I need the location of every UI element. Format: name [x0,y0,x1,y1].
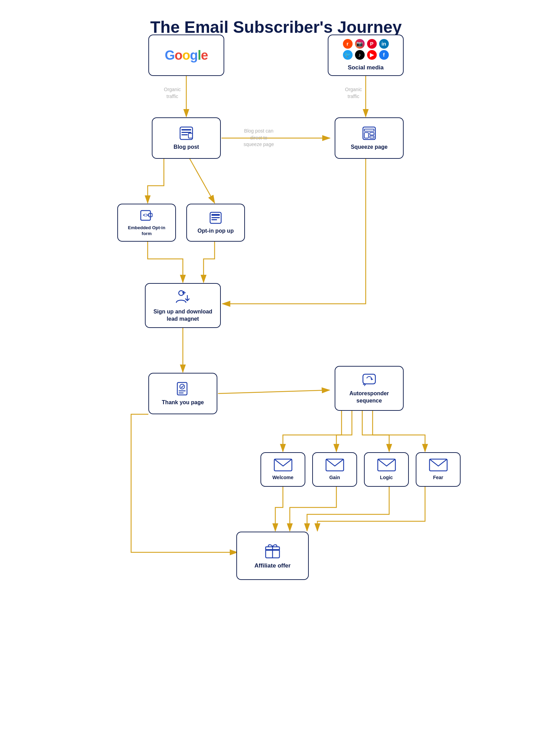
svg-rect-15 [364,133,368,138]
gain-node: Gain [312,452,357,487]
organic-traffic-label-1: Organictraffic [164,86,181,100]
google-node: Google [148,35,224,76]
svg-rect-33 [363,374,375,384]
svg-text:<>: <> [143,212,148,218]
embedded-optin-label: Embedded Opt-in form [124,225,169,237]
svg-rect-14 [364,129,374,131]
svg-rect-9 [181,129,191,130]
signup-icon [174,288,191,306]
social-media-node: r 📷 P in 🐦 ♪ ▶ f Social media [328,35,404,76]
svg-rect-22 [211,214,220,216]
social-icons-row2: 🐦 ♪ ▶ f [343,50,389,60]
fear-node: Fear [416,452,461,487]
envelope-icon [274,458,293,472]
thankyou-node: Thank you page [148,373,217,414]
gain-label: Gain [329,474,340,481]
squeeze-page-label: Squeeze page [351,144,388,151]
autoresponder-label: Autoresponder sequence [342,390,397,405]
optin-popup-node: Opt-in pop up [186,204,245,242]
blog-post-label: Blog post [174,144,199,151]
twitter-icon: 🐦 [343,50,353,60]
tiktok-icon: ♪ [355,50,365,60]
squeeze-page-node: Squeeze page [335,117,404,159]
reddit-icon: r [343,39,353,49]
thankyou-label: Thank you page [162,399,204,406]
google-logo: Google [165,49,208,62]
welcome-node: Welcome [260,452,305,487]
logic-envelope-icon [377,458,396,472]
svg-rect-32 [179,392,184,394]
embedded-icon: <> [140,209,154,222]
affiliate-node: Affiliate offer [236,532,309,580]
svg-point-30 [180,384,185,389]
signup-node: Sign up and download lead magnet [145,283,221,328]
thankyou-icon [175,381,190,396]
page-title: The Email Subscriber's Journey [117,17,435,37]
optin-popup-label: Opt-in pop up [198,227,234,235]
svg-rect-16 [370,133,374,135]
affiliate-icon [264,542,281,559]
svg-rect-11 [181,134,188,135]
social-media-label: Social media [348,64,384,71]
svg-rect-10 [181,132,191,133]
svg-line-7 [218,390,329,394]
blog-post-node: Blog post [152,117,221,159]
signup-label: Sign up and download lead magnet [152,308,214,323]
youtube-icon: ▶ [367,50,377,60]
pinterest-icon: P [367,39,377,49]
svg-rect-12 [188,133,193,138]
welcome-label: Welcome [272,474,293,481]
fear-label: Fear [433,474,443,481]
facebook-icon: f [379,50,389,60]
svg-rect-23 [211,217,220,218]
autoresponder-node: Autoresponder sequence [335,366,404,411]
optin-icon [209,211,223,225]
affiliate-label: Affiliate offer [255,562,291,570]
logic-label: Logic [380,474,393,481]
fear-envelope-icon [429,458,448,472]
squeeze-icon [362,126,377,141]
logic-node: Logic [364,452,409,487]
blog-to-squeeze-label: Blog post candirect tosqueeze page [236,128,281,148]
linkedin-icon: in [379,39,389,49]
svg-line-5 [190,159,215,203]
organic-traffic-label-2: Organictraffic [345,86,362,100]
instagram-icon: 📷 [355,39,365,49]
social-icons: r 📷 P in [343,39,389,49]
svg-rect-31 [179,390,186,391]
blog-icon [179,126,194,141]
svg-rect-17 [370,136,374,138]
gain-envelope-icon [325,458,344,472]
embedded-optin-node: <> Embedded Opt-in form [117,204,176,242]
autoresponder-icon [362,372,377,387]
svg-rect-24 [211,219,217,220]
